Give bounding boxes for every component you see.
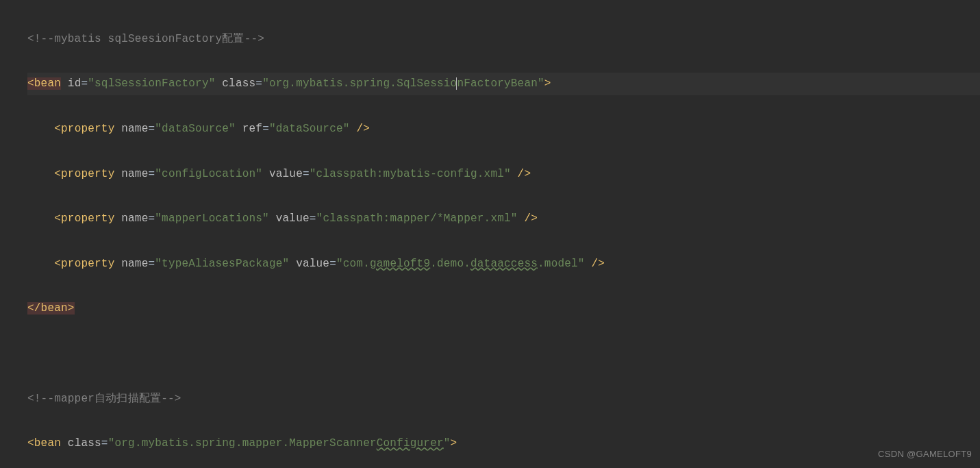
code-line: <property name="configLocation" value="c… [27, 163, 980, 186]
code-line-cursor: <bean id="sqlSessionFactory" class="org.… [27, 73, 980, 95]
code-line: <!--mapper自动扫描配置--> [27, 388, 980, 410]
code-line-blank [27, 343, 980, 365]
code-editor[interactable]: <!--mybatis sqlSeesionFactory配置--> <bean… [0, 0, 980, 468]
code-line: <property name="mapperLocations" value="… [27, 208, 980, 230]
watermark-text: CSDN @GAMELOFT9 [878, 445, 972, 464]
code-line: <property name="dataSource" ref="dataSou… [27, 118, 980, 140]
code-line: <property name="typeAliasesPackage" valu… [27, 253, 980, 275]
code-line: <!--mybatis sqlSeesionFactory配置--> [27, 28, 980, 51]
code-line: </bean> [27, 297, 980, 320]
code-line: <bean class="org.mybatis.spring.mapper.M… [27, 432, 980, 455]
